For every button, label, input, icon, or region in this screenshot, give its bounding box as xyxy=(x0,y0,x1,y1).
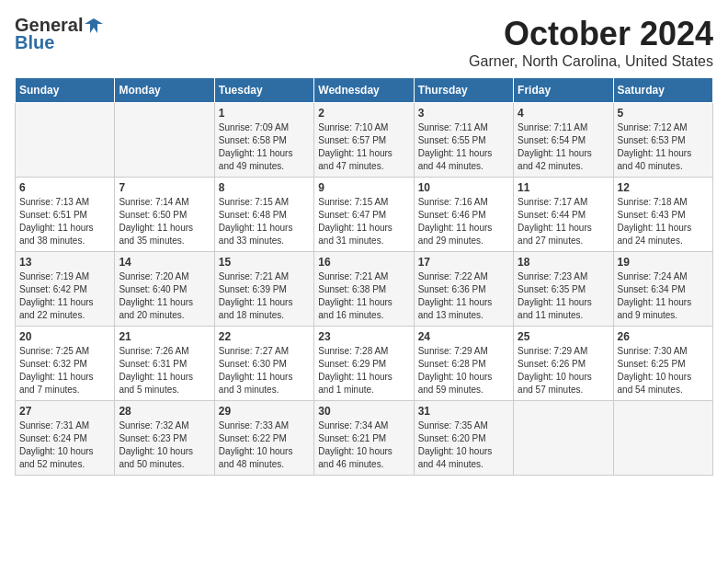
day-info: Sunrise: 7:34 AM Sunset: 6:21 PM Dayligh… xyxy=(318,419,409,471)
day-info: Sunrise: 7:19 AM Sunset: 6:42 PM Dayligh… xyxy=(19,270,110,322)
day-number: 14 xyxy=(119,256,210,269)
calendar-cell: 30Sunrise: 7:34 AM Sunset: 6:21 PM Dayli… xyxy=(314,401,414,476)
day-number: 17 xyxy=(418,256,509,269)
day-number: 22 xyxy=(219,330,310,343)
day-number: 24 xyxy=(418,330,509,343)
calendar-cell: 26Sunrise: 7:30 AM Sunset: 6:25 PM Dayli… xyxy=(613,327,712,401)
day-number: 13 xyxy=(19,256,110,269)
day-info: Sunrise: 7:31 AM Sunset: 6:24 PM Dayligh… xyxy=(19,419,110,471)
calendar-cell: 9Sunrise: 7:15 AM Sunset: 6:47 PM Daylig… xyxy=(314,178,414,252)
calendar-cell xyxy=(16,103,115,178)
calendar-cell: 22Sunrise: 7:27 AM Sunset: 6:30 PM Dayli… xyxy=(214,327,313,401)
day-info: Sunrise: 7:35 AM Sunset: 6:20 PM Dayligh… xyxy=(418,419,509,471)
day-number: 29 xyxy=(219,405,310,418)
calendar-cell xyxy=(115,103,214,178)
day-number: 7 xyxy=(119,181,210,194)
day-info: Sunrise: 7:20 AM Sunset: 6:40 PM Dayligh… xyxy=(119,270,210,322)
day-number: 28 xyxy=(119,405,210,418)
calendar-cell: 21Sunrise: 7:26 AM Sunset: 6:31 PM Dayli… xyxy=(115,327,214,401)
day-info: Sunrise: 7:15 AM Sunset: 6:48 PM Dayligh… xyxy=(219,196,310,247)
calendar-cell: 27Sunrise: 7:31 AM Sunset: 6:24 PM Dayli… xyxy=(16,401,115,476)
day-number: 3 xyxy=(418,107,509,120)
title-block: October 2024 Garner, North Carolina, Uni… xyxy=(469,15,713,70)
day-number: 27 xyxy=(19,405,110,418)
day-info: Sunrise: 7:13 AM Sunset: 6:51 PM Dayligh… xyxy=(19,196,110,247)
day-number: 2 xyxy=(318,107,409,120)
day-info: Sunrise: 7:15 AM Sunset: 6:47 PM Dayligh… xyxy=(318,196,409,247)
calendar-cell: 8Sunrise: 7:15 AM Sunset: 6:48 PM Daylig… xyxy=(214,178,313,252)
day-number: 15 xyxy=(219,256,310,269)
day-info: Sunrise: 7:26 AM Sunset: 6:31 PM Dayligh… xyxy=(119,345,210,396)
day-number: 16 xyxy=(318,256,409,269)
day-info: Sunrise: 7:10 AM Sunset: 6:57 PM Dayligh… xyxy=(318,121,409,173)
calendar-cell: 19Sunrise: 7:24 AM Sunset: 6:34 PM Dayli… xyxy=(613,252,712,327)
calendar-week-row: 1Sunrise: 7:09 AM Sunset: 6:58 PM Daylig… xyxy=(16,103,713,178)
weekday-header-saturday: Saturday xyxy=(613,78,712,103)
calendar-cell: 15Sunrise: 7:21 AM Sunset: 6:39 PM Dayli… xyxy=(214,252,313,327)
day-number: 11 xyxy=(518,181,609,194)
day-number: 12 xyxy=(618,181,709,194)
day-number: 1 xyxy=(219,107,310,120)
calendar-cell: 5Sunrise: 7:12 AM Sunset: 6:53 PM Daylig… xyxy=(613,103,712,178)
day-info: Sunrise: 7:14 AM Sunset: 6:50 PM Dayligh… xyxy=(119,196,210,247)
day-number: 4 xyxy=(518,107,609,120)
location-subtitle: Garner, North Carolina, United States xyxy=(469,53,713,70)
day-info: Sunrise: 7:11 AM Sunset: 6:54 PM Dayligh… xyxy=(518,121,609,173)
day-info: Sunrise: 7:25 AM Sunset: 6:32 PM Dayligh… xyxy=(19,345,110,396)
day-number: 19 xyxy=(618,256,709,269)
calendar-cell: 1Sunrise: 7:09 AM Sunset: 6:58 PM Daylig… xyxy=(214,103,313,178)
day-number: 25 xyxy=(518,330,609,343)
day-info: Sunrise: 7:22 AM Sunset: 6:36 PM Dayligh… xyxy=(418,270,509,322)
day-info: Sunrise: 7:21 AM Sunset: 6:39 PM Dayligh… xyxy=(219,270,310,322)
day-info: Sunrise: 7:23 AM Sunset: 6:35 PM Dayligh… xyxy=(518,270,609,322)
calendar-cell: 23Sunrise: 7:28 AM Sunset: 6:29 PM Dayli… xyxy=(314,327,414,401)
calendar-cell: 6Sunrise: 7:13 AM Sunset: 6:51 PM Daylig… xyxy=(16,178,115,252)
day-info: Sunrise: 7:16 AM Sunset: 6:46 PM Dayligh… xyxy=(418,196,509,247)
calendar-cell: 4Sunrise: 7:11 AM Sunset: 6:54 PM Daylig… xyxy=(514,103,613,178)
day-info: Sunrise: 7:29 AM Sunset: 6:28 PM Dayligh… xyxy=(418,345,509,396)
weekday-header-wednesday: Wednesday xyxy=(314,78,414,103)
logo-blue-text: Blue xyxy=(15,32,54,53)
weekday-header-sunday: Sunday xyxy=(16,78,115,103)
day-number: 10 xyxy=(418,181,509,194)
calendar-week-row: 13Sunrise: 7:19 AM Sunset: 6:42 PM Dayli… xyxy=(16,252,713,327)
calendar-cell: 18Sunrise: 7:23 AM Sunset: 6:35 PM Dayli… xyxy=(514,252,613,327)
day-info: Sunrise: 7:11 AM Sunset: 6:55 PM Dayligh… xyxy=(418,121,509,173)
day-number: 5 xyxy=(618,107,709,120)
calendar-cell: 16Sunrise: 7:21 AM Sunset: 6:38 PM Dayli… xyxy=(314,252,414,327)
logo-bird-icon xyxy=(85,17,103,35)
calendar-cell: 17Sunrise: 7:22 AM Sunset: 6:36 PM Dayli… xyxy=(414,252,513,327)
day-info: Sunrise: 7:28 AM Sunset: 6:29 PM Dayligh… xyxy=(318,345,409,396)
calendar-week-row: 6Sunrise: 7:13 AM Sunset: 6:51 PM Daylig… xyxy=(16,178,713,252)
day-info: Sunrise: 7:18 AM Sunset: 6:43 PM Dayligh… xyxy=(618,196,709,247)
weekday-header-thursday: Thursday xyxy=(414,78,513,103)
day-number: 31 xyxy=(418,405,509,418)
calendar-header-row: SundayMondayTuesdayWednesdayThursdayFrid… xyxy=(16,78,713,103)
calendar-cell: 13Sunrise: 7:19 AM Sunset: 6:42 PM Dayli… xyxy=(16,252,115,327)
day-number: 9 xyxy=(318,181,409,194)
calendar-cell: 29Sunrise: 7:33 AM Sunset: 6:22 PM Dayli… xyxy=(214,401,313,476)
weekday-header-tuesday: Tuesday xyxy=(214,78,313,103)
calendar-cell: 31Sunrise: 7:35 AM Sunset: 6:20 PM Dayli… xyxy=(414,401,513,476)
calendar-cell: 24Sunrise: 7:29 AM Sunset: 6:28 PM Dayli… xyxy=(414,327,513,401)
day-number: 18 xyxy=(518,256,609,269)
day-number: 21 xyxy=(119,330,210,343)
calendar-cell: 10Sunrise: 7:16 AM Sunset: 6:46 PM Dayli… xyxy=(414,178,513,252)
calendar-cell: 25Sunrise: 7:29 AM Sunset: 6:26 PM Dayli… xyxy=(514,327,613,401)
calendar-cell: 11Sunrise: 7:17 AM Sunset: 6:44 PM Dayli… xyxy=(514,178,613,252)
day-info: Sunrise: 7:24 AM Sunset: 6:34 PM Dayligh… xyxy=(618,270,709,322)
calendar-table: SundayMondayTuesdayWednesdayThursdayFrid… xyxy=(15,77,713,476)
day-info: Sunrise: 7:17 AM Sunset: 6:44 PM Dayligh… xyxy=(518,196,609,247)
day-info: Sunrise: 7:27 AM Sunset: 6:30 PM Dayligh… xyxy=(219,345,310,396)
day-info: Sunrise: 7:30 AM Sunset: 6:25 PM Dayligh… xyxy=(618,345,709,396)
calendar-cell xyxy=(613,401,712,476)
calendar-week-row: 20Sunrise: 7:25 AM Sunset: 6:32 PM Dayli… xyxy=(16,327,713,401)
day-number: 20 xyxy=(19,330,110,343)
day-number: 8 xyxy=(219,181,310,194)
day-info: Sunrise: 7:33 AM Sunset: 6:22 PM Dayligh… xyxy=(219,419,310,471)
logo: General Blue xyxy=(15,15,103,53)
calendar-cell: 7Sunrise: 7:14 AM Sunset: 6:50 PM Daylig… xyxy=(115,178,214,252)
calendar-cell: 28Sunrise: 7:32 AM Sunset: 6:23 PM Dayli… xyxy=(115,401,214,476)
day-info: Sunrise: 7:21 AM Sunset: 6:38 PM Dayligh… xyxy=(318,270,409,322)
day-info: Sunrise: 7:12 AM Sunset: 6:53 PM Dayligh… xyxy=(618,121,709,173)
